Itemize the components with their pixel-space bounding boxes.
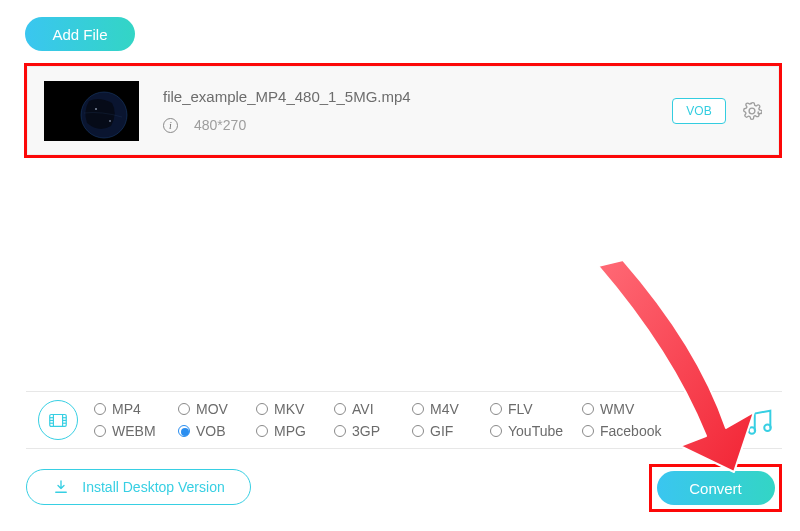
gear-icon[interactable] [742, 101, 762, 121]
format-option-3gp[interactable]: 3GP [334, 423, 412, 439]
video-category-icon[interactable] [38, 400, 78, 440]
download-icon [52, 478, 70, 496]
output-format-badge[interactable]: VOB [672, 98, 726, 124]
file-row-highlight: file_example_MP4_480_1_5MG.mp4 i 480*270… [24, 63, 782, 158]
audio-category-icon[interactable] [742, 405, 776, 439]
format-option-m4v[interactable]: M4V [412, 401, 490, 417]
format-option-label: VOB [196, 423, 226, 439]
format-option-label: 3GP [352, 423, 380, 439]
format-option-facebook[interactable]: Facebook [582, 423, 674, 439]
file-name: file_example_MP4_480_1_5MG.mp4 [163, 88, 672, 105]
file-resolution: 480*270 [194, 117, 246, 133]
svg-point-15 [764, 424, 771, 431]
format-option-mov[interactable]: MOV [178, 401, 256, 417]
format-option-mpg[interactable]: MPG [256, 423, 334, 439]
format-option-mkv[interactable]: MKV [256, 401, 334, 417]
format-option-wmv[interactable]: WMV [582, 401, 674, 417]
svg-point-14 [749, 427, 756, 434]
radio-icon [256, 425, 268, 437]
format-option-mp4[interactable]: MP4 [94, 401, 178, 417]
format-option-label: AVI [352, 401, 374, 417]
radio-icon [412, 403, 424, 415]
format-option-label: Facebook [600, 423, 661, 439]
format-option-label: MOV [196, 401, 228, 417]
install-desktop-label: Install Desktop Version [82, 479, 224, 495]
format-option-label: MKV [274, 401, 304, 417]
format-option-avi[interactable]: AVI [334, 401, 412, 417]
radio-icon [334, 425, 346, 437]
format-option-webm[interactable]: WEBM [94, 423, 178, 439]
radio-icon [334, 403, 346, 415]
format-option-youtube[interactable]: YouTube [490, 423, 582, 439]
info-icon[interactable]: i [163, 118, 178, 133]
format-option-label: M4V [430, 401, 459, 417]
svg-point-3 [95, 108, 97, 110]
add-file-button[interactable]: Add File [25, 17, 135, 51]
install-desktop-button[interactable]: Install Desktop Version [26, 469, 251, 505]
radio-icon [412, 425, 424, 437]
format-option-label: MPG [274, 423, 306, 439]
format-option-label: FLV [508, 401, 533, 417]
video-thumbnail [44, 81, 139, 141]
format-option-label: MP4 [112, 401, 141, 417]
radio-icon [94, 425, 106, 437]
radio-icon [582, 403, 594, 415]
svg-point-4 [109, 120, 111, 122]
radio-icon [178, 403, 190, 415]
convert-button-highlight: Convert [649, 464, 782, 512]
format-option-label: WEBM [112, 423, 156, 439]
format-option-label: WMV [600, 401, 634, 417]
formats-grid: MP4MOVMKVAVIM4VFLVWMVWEBMVOBMPG3GPGIFYou… [94, 401, 674, 439]
formats-bar: MP4MOVMKVAVIM4VFLVWMVWEBMVOBMPG3GPGIFYou… [26, 391, 782, 449]
radio-icon [582, 425, 594, 437]
format-option-gif[interactable]: GIF [412, 423, 490, 439]
radio-icon [490, 425, 502, 437]
convert-button[interactable]: Convert [657, 471, 775, 505]
file-meta: file_example_MP4_480_1_5MG.mp4 i 480*270 [163, 88, 672, 133]
radio-icon [490, 403, 502, 415]
file-row[interactable]: file_example_MP4_480_1_5MG.mp4 i 480*270… [27, 66, 779, 155]
format-option-flv[interactable]: FLV [490, 401, 582, 417]
format-option-label: GIF [430, 423, 453, 439]
radio-icon [178, 425, 190, 437]
radio-icon [94, 403, 106, 415]
radio-icon [256, 403, 268, 415]
format-option-label: YouTube [508, 423, 563, 439]
format-option-vob[interactable]: VOB [178, 423, 256, 439]
